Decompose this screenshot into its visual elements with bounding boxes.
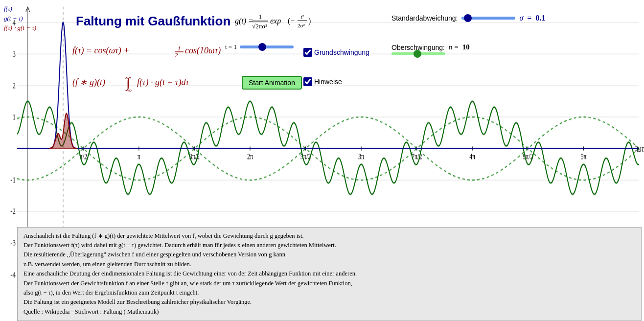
svg-text:2: 2 <box>175 51 178 59</box>
svg-text:f(τ) = cos(ωτ) +: f(τ) = cos(ωτ) + <box>72 46 129 56</box>
formula-f: f(τ) = cos(ωτ) + 1 2 cos(10ωτ) <box>72 42 229 62</box>
info-line-4: z.B. verwendet werden, um einen gleitend… <box>23 260 635 269</box>
sigma-value: 0.1 <box>535 14 545 23</box>
info-line-3: Die resultierende ,,Überlagerung" zwisch… <box>23 250 635 259</box>
svg-text:−∞: −∞ <box>125 88 132 92</box>
formula-f-svg: f(τ) = cos(ωτ) + 1 2 cos(10ωτ) <box>72 42 229 59</box>
sigma-equals: = <box>527 14 531 23</box>
grundschwingung-area: Grundschwingung <box>303 48 369 57</box>
info-line-5: Eine anschauliche Deutung der eindimensi… <box>23 269 635 278</box>
app: f(τ) g(t − τ) f(τ) ⋅ g(t − τ) Faltung mi… <box>0 0 644 321</box>
hinweise-area: Hinweise <box>303 77 342 86</box>
legend-gt: g(t − τ) <box>4 14 36 23</box>
svg-text:f(τ) · g(t − τ)dτ: f(τ) · g(t − τ)dτ <box>137 77 189 88</box>
svg-text:1: 1 <box>259 13 262 20</box>
svg-text:exp: exp <box>270 17 281 25</box>
info-box: Anschaulich ist die Faltung (f ∗ g)(t) d… <box>17 227 642 321</box>
svg-text:t²: t² <box>301 14 304 20</box>
hinweise-checkbox[interactable] <box>303 77 312 86</box>
legend: f(τ) g(t − τ) f(τ) ⋅ g(t − τ) <box>4 4 36 33</box>
info-line-6: Der Funktionswert der Gewichtsfunktion f… <box>23 279 635 288</box>
n-slider[interactable] <box>391 52 445 55</box>
grundschwingung-label: Grundschwingung <box>314 48 369 56</box>
sigma-slider[interactable] <box>461 17 515 20</box>
info-line-1: Anschaulich ist die Faltung (f ∗ g)(t) d… <box>23 231 635 241</box>
formula-g-svg: g(t) = 1 √2πσ² exp (− t² 2σ² ) <box>235 9 391 38</box>
legend-f: f(τ) <box>4 4 36 14</box>
svg-text:(f ∗ g)(t) =: (f ∗ g)(t) = <box>72 77 114 88</box>
svg-text:): ) <box>308 17 311 25</box>
info-line-9: Quelle : Wikipedia - Stichwort : Faltung… <box>23 307 635 317</box>
formula-conv: (f ∗ g)(t) = ∫ ∞ −∞ f(τ) · g(t − τ)dτ <box>72 72 249 94</box>
formula-g: g(t) = 1 √2πσ² exp (− t² 2σ² ) <box>235 9 391 40</box>
t-label: t = 1 <box>225 43 237 51</box>
info-line-7: also g(t − τ), in den Wert der Ergebnisf… <box>23 288 635 298</box>
legend-product: f(τ) ⋅ g(t − τ) <box>4 23 36 33</box>
start-animation-button[interactable]: Start Animation <box>242 76 302 90</box>
hinweise-label: Hinweise <box>314 78 342 86</box>
standardabweichung-label: Standardabweichung: <box>391 14 458 22</box>
sigma-label-sym: σ <box>519 14 523 23</box>
svg-text:(−: (− <box>288 17 295 25</box>
info-line-8: Die Faltung ist ein geeignetes Modell zu… <box>23 298 635 307</box>
t-slider-area: t = 1 <box>225 43 294 51</box>
svg-text:∞: ∞ <box>125 75 128 80</box>
page-title: Faltung mit Gaußfunktion <box>76 14 230 29</box>
t-slider[interactable] <box>240 46 294 48</box>
oberschwingung-area: Oberschwingung: n = 10 <box>391 43 470 55</box>
svg-text:cos(10ωτ): cos(10ωτ) <box>185 46 221 56</box>
grundschwingung-checkbox[interactable] <box>303 48 312 57</box>
formula-conv-svg: (f ∗ g)(t) = ∫ ∞ −∞ f(τ) · g(t − τ)dτ <box>72 72 249 92</box>
n-label-sym: n = <box>449 43 459 51</box>
svg-text:√2πσ²: √2πσ² <box>252 23 267 30</box>
svg-text:g(t) =: g(t) = <box>235 17 253 25</box>
svg-text:2σ²: 2σ² <box>298 23 305 28</box>
svg-text:1: 1 <box>178 45 181 52</box>
n-value: 10 <box>462 43 470 51</box>
info-line-2: Der Funktionswert f(τ) wird dabei mit g(… <box>23 241 635 250</box>
sigma-area: Standardabweichung: σ = 0.1 <box>391 14 545 23</box>
